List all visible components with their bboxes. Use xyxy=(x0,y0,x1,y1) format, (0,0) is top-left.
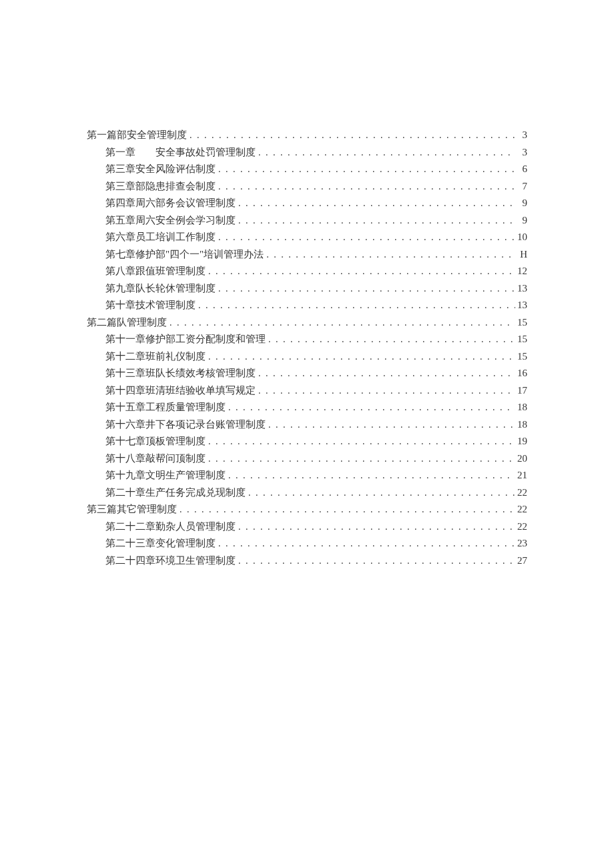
toc-entry-title: 第十七章顶板管理制度 xyxy=(105,433,206,450)
toc-entry[interactable]: 第三章安全风险评估制度. . . . . . . . . . . . . . .… xyxy=(87,161,527,178)
toc-entry[interactable]: 第二十章生产任务完成兑现制度. . . . . . . . . . . . . … xyxy=(87,484,527,502)
toc-entry[interactable]: 第三篇其它管理制度. . . . . . . . . . . . . . . .… xyxy=(87,501,527,518)
toc-entry-title: 第十章技术管理制度 xyxy=(105,297,196,314)
toc-entry-title: 第十九章文明生产管理制度 xyxy=(105,467,226,484)
toc-entry-title: 第七章修护部"四个一"培训管理办法 xyxy=(105,246,264,263)
toc-entry-page: 13 xyxy=(515,280,527,297)
toc-leader-dots: . . . . . . . . . . . . . . . . . . . . … xyxy=(206,349,515,366)
toc-entry-title: 第十五章工程质量管理制度 xyxy=(105,399,226,416)
toc-entry[interactable]: 第六章员工培训工作制度. . . . . . . . . . . . . . .… xyxy=(87,229,527,246)
toc-leader-dots: . . . . . . . . . . . . . . . . . . . . … xyxy=(236,195,515,212)
toc-entry-page: 7 xyxy=(515,178,527,195)
toc-leader-dots: . . . . . . . . . . . . . . . . . . . . … xyxy=(216,281,515,298)
toc-leader-dots: . . . . . . . . . . . . . . . . . . . . … xyxy=(256,366,515,382)
toc-entry-page: 6 xyxy=(515,161,527,177)
toc-entry-title: 第一章 xyxy=(105,144,135,161)
toc-entry-page: 9 xyxy=(515,195,527,211)
toc-leader-dots: . . . . . . . . . . . . . . . . . . . . … xyxy=(167,315,515,332)
toc-leader-dots: . . . . . . . . . . . . . . . . . . . . … xyxy=(246,485,515,502)
toc-leader-dots: . . . . . . . . . . . . . . . . . . . . … xyxy=(206,264,515,280)
toc-entry-page: 9 xyxy=(515,212,527,229)
toc-entry-page: 3 xyxy=(515,127,527,143)
toc-entry[interactable]: 第四章周六部务会议管理制度. . . . . . . . . . . . . .… xyxy=(87,195,527,212)
toc-entry[interactable]: 第二十四章环境卫生管理制度. . . . . . . . . . . . . .… xyxy=(87,552,527,570)
toc-leader-dots: . . . . . . . . . . . . . . . . . . . . … xyxy=(216,179,515,195)
toc-leader-dots: . . . . . . . . . . . . . . . . . . . . … xyxy=(226,400,515,416)
toc-entry-page: 17 xyxy=(515,382,527,399)
toc-entry-title: 第三章部隐患排查会制度 xyxy=(105,178,216,195)
toc-entry[interactable]: 第一篇部安全管理制度. . . . . . . . . . . . . . . … xyxy=(87,127,527,144)
toc-entry-page: 18 xyxy=(515,399,527,416)
toc-leader-dots: . . . . . . . . . . . . . . . . . . . . … xyxy=(206,434,515,450)
toc-leader-dots: . . . . . . . . . . . . . . . . . . . . … xyxy=(256,145,515,161)
toc-entry-page: 21 xyxy=(515,467,527,484)
toc-entry-page: 18 xyxy=(515,416,527,433)
toc-entry-title: 第二十三章变化管理制度 xyxy=(105,535,216,552)
toc-entry-page: 22 xyxy=(515,501,527,518)
toc-entry-title: 第十八章敲帮问顶制度 xyxy=(105,450,206,467)
toc-leader-dots: . . . . . . . . . . . . . . . . . . . . … xyxy=(177,502,515,518)
toc-entry-title: 第十六章井下各项记录台账管理制度 xyxy=(105,416,266,433)
toc-leader-dots: . . . . . . . . . . . . . . . . . . . . … xyxy=(236,553,515,570)
toc-entry[interactable]: 第八章跟值班管理制度. . . . . . . . . . . . . . . … xyxy=(87,263,527,280)
toc-entry-page: 15 xyxy=(515,314,527,331)
toc-entry-page: 3 xyxy=(515,144,527,161)
toc-entry[interactable]: 第三章部隐患排查会制度. . . . . . . . . . . . . . .… xyxy=(87,178,527,195)
toc-entry-title: 第十三章班队长绩效考核管理制度 xyxy=(105,365,256,382)
toc-leader-dots: . . . . . . . . . . . . . . . . . . . . … xyxy=(236,519,515,536)
toc-entry-title: 第二十章生产任务完成兑现制度 xyxy=(105,484,246,501)
toc-entry[interactable]: 第二十二章勤杂人员管理制度. . . . . . . . . . . . . .… xyxy=(87,518,527,536)
toc-leader-dots: . . . . . . . . . . . . . . . . . . . . … xyxy=(236,213,515,230)
toc-entry[interactable]: 第二十三章变化管理制度. . . . . . . . . . . . . . .… xyxy=(87,535,527,552)
toc-entry-page: 16 xyxy=(515,365,527,382)
toc-entry-title: 第十一章修护部工资分配制度和管理 xyxy=(105,331,266,348)
toc-entry[interactable]: 第十三章班队长绩效考核管理制度. . . . . . . . . . . . .… xyxy=(87,365,527,382)
toc-entry-page: 19 xyxy=(515,433,527,450)
toc-leader-dots: . . . . . . . . . . . . . . . . . . . . … xyxy=(226,468,515,484)
toc-entry[interactable]: 第七章修护部"四个一"培训管理办法. . . . . . . . . . . .… xyxy=(87,246,527,264)
toc-entry[interactable]: 第十七章顶板管理制度. . . . . . . . . . . . . . . … xyxy=(87,433,527,450)
toc-entry[interactable]: 第十五章工程质量管理制度. . . . . . . . . . . . . . … xyxy=(87,399,527,416)
toc-leader-dots: . . . . . . . . . . . . . . . . . . . . … xyxy=(216,230,515,246)
toc-entry-title: 第五章周六安全例会学习制度 xyxy=(105,212,236,229)
toc-entry-title: 第二十二章勤杂人员管理制度 xyxy=(105,518,236,535)
toc-entry[interactable]: 第九章队长轮休管理制度. . . . . . . . . . . . . . .… xyxy=(87,280,527,298)
table-of-contents: 第一篇部安全管理制度. . . . . . . . . . . . . . . … xyxy=(87,127,527,569)
toc-entry[interactable]: 第五章周六安全例会学习制度. . . . . . . . . . . . . .… xyxy=(87,212,527,230)
toc-entry-title: 第十四章班清班结验收单填写规定 xyxy=(105,382,256,399)
toc-entry[interactable]: 第十一章修护部工资分配制度和管理. . . . . . . . . . . . … xyxy=(87,331,527,348)
toc-entry-page: 22 xyxy=(515,518,527,535)
toc-leader-dots: . . . . . . . . . . . . . . . . . . . . … xyxy=(266,417,515,434)
toc-entry-page: 15 xyxy=(515,348,527,365)
toc-entry[interactable]: 第十四章班清班结验收单填写规定. . . . . . . . . . . . .… xyxy=(87,382,527,400)
toc-entry-page: 20 xyxy=(515,450,527,467)
toc-entry-page: 10 xyxy=(515,229,527,246)
toc-entry-title: 第十二章班前礼仪制度 xyxy=(105,348,206,365)
toc-entry-title: 第三篇其它管理制度 xyxy=(87,501,177,518)
toc-entry[interactable]: 第十六章井下各项记录台账管理制度. . . . . . . . . . . . … xyxy=(87,416,527,434)
toc-entry[interactable]: 第十章技术管理制度. . . . . . . . . . . . . . . .… xyxy=(87,297,527,314)
toc-entry-page: 15 xyxy=(515,331,527,348)
toc-entry-title: 第一篇部安全管理制度 xyxy=(87,127,187,143)
toc-entry-title: 第六章员工培训工作制度 xyxy=(105,229,216,246)
toc-entry-page: 27 xyxy=(515,552,527,569)
toc-entry-page: H xyxy=(515,246,527,263)
toc-leader-dots: . . . . . . . . . . . . . . . . . . . . … xyxy=(256,383,515,400)
toc-entry-page: 12 xyxy=(515,263,527,280)
toc-entry-title: 第二篇队管理制度 xyxy=(87,314,167,331)
toc-leader-dots: . . . . . . . . . . . . . . . . . . . . … xyxy=(216,161,515,178)
toc-entry[interactable]: 第十九章文明生产管理制度. . . . . . . . . . . . . . … xyxy=(87,467,527,484)
toc-entry-title: 第二十四章环境卫生管理制度 xyxy=(105,552,236,569)
toc-leader-dots: . . . . . . . . . . . . . . . . . . . . … xyxy=(216,536,515,552)
toc-entry[interactable]: 第一章安全事故处罚管理制度. . . . . . . . . . . . . .… xyxy=(87,144,527,161)
toc-leader-dots: . . . . . . . . . . . . . . . . . . . . … xyxy=(187,127,515,144)
toc-leader-dots: . . . . . . . . . . . . . . . . . . . . … xyxy=(206,451,515,468)
toc-entry-page: 23 xyxy=(515,535,527,552)
toc-entry[interactable]: 第十二章班前礼仪制度. . . . . . . . . . . . . . . … xyxy=(87,348,527,366)
toc-entry-title: 第九章队长轮休管理制度 xyxy=(105,280,216,297)
toc-entry[interactable]: 第十八章敲帮问顶制度. . . . . . . . . . . . . . . … xyxy=(87,450,527,468)
toc-entry[interactable]: 第二篇队管理制度. . . . . . . . . . . . . . . . … xyxy=(87,314,527,332)
toc-entry-title: 第四章周六部务会议管理制度 xyxy=(105,195,236,211)
toc-leader-dots: . . . . . . . . . . . . . . . . . . . . … xyxy=(196,298,515,314)
toc-entry-title: 第八章跟值班管理制度 xyxy=(105,263,206,280)
